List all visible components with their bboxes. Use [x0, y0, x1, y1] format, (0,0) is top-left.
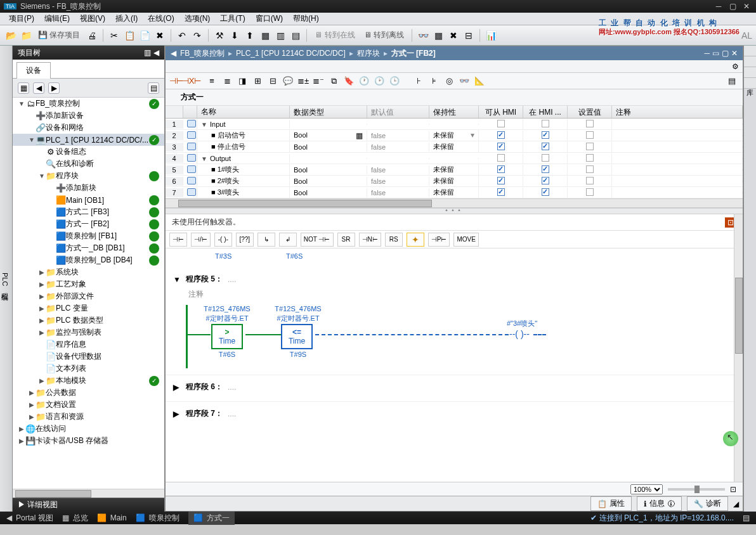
vt-row-5[interactable]: 5■ 1#喷头Boolfalse未保留 — [166, 164, 743, 176]
tool-btn-5[interactable]: ▦ — [431, 29, 445, 42]
zoom-fit-icon[interactable]: ⊡ — [730, 485, 736, 494]
n5-compare-1[interactable]: > Time — [211, 324, 243, 349]
paste-button[interactable]: 📄 — [138, 29, 152, 42]
tree-item-10[interactable]: 🟦方式一 [FB2] — [13, 218, 164, 230]
properties-tab[interactable]: 📋 属性 — [590, 496, 632, 511]
tree-item-5[interactable]: 🔍在线和诊断 — [13, 158, 164, 170]
go-offline-button[interactable]: 🖥 转到离线 — [360, 30, 408, 41]
ins-btn-2[interactable]: -( )- — [214, 233, 232, 247]
vt-row-4[interactable]: 4▼ Output — [166, 153, 743, 164]
tree-item-16[interactable]: ▶📁外部源文件 — [13, 290, 164, 302]
menu-1[interactable]: 编辑(E) — [41, 13, 74, 24]
bc-back-icon[interactable]: ◀ — [171, 49, 176, 58]
tree-item-9[interactable]: 🟦方式二 [FB3] — [13, 206, 164, 218]
maximize-button[interactable]: ▢ — [727, 2, 738, 11]
print-button[interactable]: 🖨 — [85, 29, 99, 42]
tree-item-24[interactable]: ▶📁公共数据 — [13, 387, 164, 399]
menu-8[interactable]: 帮助(H) — [289, 13, 323, 24]
menu-5[interactable]: 选项(N) — [181, 13, 214, 24]
zoom-select[interactable]: 100% — [630, 484, 663, 494]
vt-hdr-8[interactable]: 设置值 — [568, 106, 612, 118]
device-tab[interactable]: 设备 — [16, 62, 51, 79]
tool-btn-4[interactable]: 👓 — [416, 29, 430, 42]
vt-hdr-4[interactable]: 默认值 — [367, 106, 429, 118]
lad-btn-10[interactable]: ≣⁻ — [311, 75, 325, 87]
vt-row-2[interactable]: 2■ 启动信号Bool ▦false未保留 ▾ — [166, 130, 743, 141]
tool-btn-3[interactable]: ▤ — [289, 29, 303, 42]
right-tab-1[interactable]: 测试 — [744, 56, 756, 67]
tree-item-27[interactable]: ▶🌐在线访问 — [13, 423, 164, 435]
bc-2[interactable]: 程序块 — [357, 48, 380, 59]
tree-item-7[interactable]: ➕添加新块 — [13, 182, 164, 194]
lad-btn-14[interactable]: 🕑 — [372, 75, 386, 87]
network7-header[interactable]: ▶程序段 7：.... — [173, 406, 735, 422]
bc-1[interactable]: PLC_1 [CPU 1214C DC/DC/DC] — [236, 49, 346, 58]
vt-hdr-2[interactable]: 名称 — [197, 106, 290, 118]
ins-btn-4[interactable]: ↳ — [257, 233, 275, 247]
portal-view-button[interactable]: ◀ Portal 视图 — [6, 513, 53, 524]
ins-btn-8[interactable]: ⊣N⊢ — [359, 233, 381, 247]
lad-btn-3[interactable]: ≡ — [205, 75, 219, 87]
menu-0[interactable]: 项目(P) — [5, 13, 38, 24]
tree-item-18[interactable]: ▶📁PLC 数据类型 — [13, 314, 164, 326]
right-tab-3[interactable]: 库 — [744, 78, 756, 89]
tree-item-20[interactable]: 📄程序信息 — [13, 338, 164, 351]
lad-btn-5[interactable]: ◨ — [235, 75, 249, 87]
vt-hdr-9[interactable]: 注释 — [612, 106, 743, 118]
ins-btn-7[interactable]: SR — [337, 233, 355, 247]
tree-item-2[interactable]: 🔗设备和网络 — [13, 122, 164, 134]
overview-button[interactable]: ▦ 总览 — [62, 513, 88, 524]
menu-2[interactable]: 视图(V) — [76, 13, 109, 24]
tree-item-1[interactable]: ➕添加新设备 — [13, 110, 164, 122]
tree-item-23[interactable]: ▶📁本地模块✓ — [13, 375, 164, 387]
menu-7[interactable]: 窗口(W) — [252, 13, 287, 24]
bottom-collapse-icon[interactable]: ◢ — [733, 500, 739, 508]
nav-forward-button[interactable]: ▶ — [48, 82, 60, 94]
vt-hdr-5[interactable]: 保持性 — [429, 106, 479, 118]
lad-btn-17[interactable]: ⊧ — [427, 75, 441, 87]
cut-button[interactable]: ✂ — [107, 29, 121, 42]
options-row[interactable]: ⚙ — [166, 60, 743, 73]
tree-item-0[interactable]: ▼🗂FB_喷泉控制✓ — [13, 98, 164, 110]
menu-6[interactable]: 工具(T) — [216, 13, 249, 24]
bc-3[interactable]: 方式一 [FB2] — [391, 48, 436, 59]
lad-btn-20[interactable]: 📐 — [472, 75, 486, 87]
ins-btn-9[interactable]: RS — [385, 233, 403, 247]
tree-item-11[interactable]: 🟦喷泉控制 [FB1] — [13, 230, 164, 242]
diagnostics-tab[interactable]: 🔧 诊断 — [687, 496, 728, 511]
lad-btn-19[interactable]: 👓 — [457, 75, 471, 87]
lad-btn-8[interactable]: 💬 — [281, 75, 295, 87]
minimize-button[interactable]: ─ — [713, 2, 724, 11]
undo-button[interactable]: ↶ — [175, 29, 189, 42]
editor-minimize-icon[interactable]: ─ — [704, 49, 710, 58]
new-project-button[interactable]: 📂 — [4, 29, 18, 42]
open-project-button[interactable]: 📁 — [19, 29, 33, 42]
vt-hdr-3[interactable]: 数据类型 — [290, 106, 367, 118]
tool-btn-6[interactable]: ✖ — [446, 29, 460, 42]
ladder-vscroll[interactable] — [734, 214, 743, 482]
editor-maximize-icon[interactable]: ▢ — [722, 49, 729, 58]
tree-item-26[interactable]: ▶📁语言和资源 — [13, 411, 164, 423]
lad-btn-21[interactable]: ▤ — [725, 75, 739, 87]
tree-item-14[interactable]: ▶📁系统块 — [13, 266, 164, 278]
tree-item-13[interactable]: 🟦喷泉控制_DB [DB4] — [13, 254, 164, 266]
redo-button[interactable]: ↷ — [190, 29, 204, 42]
copy-button[interactable]: 📋 — [122, 29, 136, 42]
collapse-tree-icon[interactable]: ▥ — [144, 48, 151, 57]
ins-btn-12[interactable]: MOVE — [453, 233, 478, 247]
tool-btn-8[interactable]: 📊 — [484, 29, 498, 42]
menu-4[interactable]: 在线(O) — [144, 13, 178, 24]
nav-back-button[interactable]: ◀ — [33, 82, 44, 94]
tree-item-3[interactable]: ▼💻PLC_1 [CPU 1214C DC/DC/...✓ — [13, 134, 164, 146]
vt-row-6[interactable]: 6■ 2#喷头Boolfalse未保留 — [166, 176, 743, 187]
lad-btn-15[interactable]: 🕒 — [388, 75, 401, 87]
zoom-slider[interactable] — [668, 488, 725, 491]
plc-programming-tab[interactable]: PLC 编程 — [0, 46, 13, 512]
lad-btn-12[interactable]: 🔖 — [342, 75, 356, 87]
compile-button[interactable]: ⚒ — [212, 29, 226, 42]
ins-btn-5[interactable]: ↲ — [279, 233, 297, 247]
info-tab[interactable]: ℹ 信息 🛈 — [637, 496, 682, 511]
vt-row-7[interactable]: 7■ 3#喷头Boolfalse未保留 — [166, 187, 743, 198]
ins-btn-0[interactable]: ⊣⊢ — [169, 233, 187, 247]
tree-item-6[interactable]: ▼📁程序块 — [13, 170, 164, 182]
